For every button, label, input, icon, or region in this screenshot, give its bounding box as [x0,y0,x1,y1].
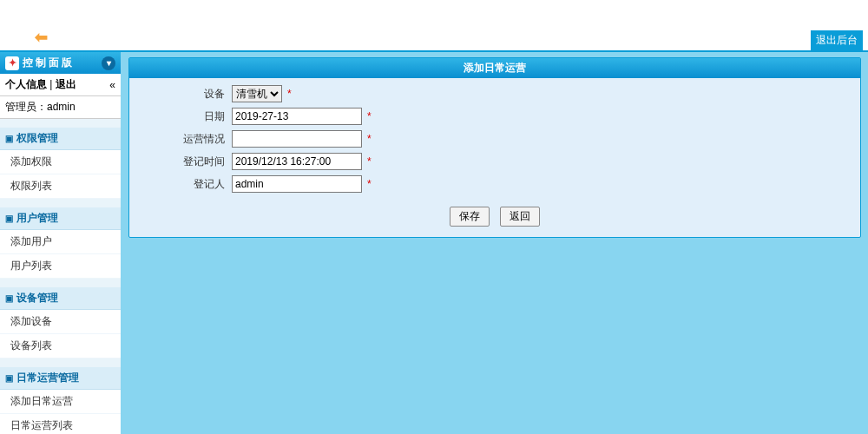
main-area: 添加日常运营 设备 清雪机 * 日期 * [122,52,868,434]
nav-item[interactable]: 用户列表 [0,254,121,279]
back-arrow-icon[interactable]: ⬅ [35,28,48,47]
row-status: 运营情况 * [147,130,843,148]
sidebar-panel-header: ✦ 控制面版 ▾ [0,52,121,74]
row-device: 设备 清雪机 * [147,85,843,102]
device-label: 设备 [147,87,225,102]
nav-item[interactable]: 权限列表 [0,174,121,199]
nav-group-user: 用户管理 添加用户 用户列表 [0,207,121,279]
save-button[interactable]: 保存 [450,207,490,227]
content-title: 添加日常运营 [129,58,860,78]
logout-backend-link[interactable]: 退出后台 [811,30,863,50]
required-mark: * [367,133,372,145]
group-header[interactable]: 设备管理 [0,287,121,310]
separator: | [49,78,52,90]
group-header[interactable]: 权限管理 [0,128,121,150]
required-mark: * [287,88,292,100]
nav-item[interactable]: 设备列表 [0,334,121,358]
admin-line: 管理员：admin [0,96,121,119]
form: 设备 清雪机 * 日期 * 运营情况 [129,78,860,193]
back-button[interactable]: 返回 [500,207,540,227]
required-mark: * [367,155,372,168]
status-label: 运营情况 [147,132,225,147]
personal-info-link[interactable]: 个人信息 [5,78,47,90]
nav-item[interactable]: 添加用户 [0,230,121,254]
nav-item[interactable]: 日常运营列表 [0,414,121,434]
collapse-icon[interactable]: « [109,79,115,91]
logout-link[interactable]: 退出 [56,78,76,90]
admin-name: admin [47,101,76,113]
row-regby: 登记人 * [147,175,843,193]
row-date: 日期 * [147,108,843,125]
top-bar: ⬅ 退出后台 [0,0,868,52]
nav-item[interactable]: 添加日常运营 [0,390,121,414]
nav-group-permission: 权限管理 添加权限 权限列表 [0,128,121,199]
date-input[interactable] [232,108,362,125]
date-label: 日期 [147,109,225,124]
admin-label: 管理员： [5,101,47,113]
content-box: 添加日常运营 设备 清雪机 * 日期 * [128,57,861,238]
nav-group-device: 设备管理 添加设备 设备列表 [0,287,121,358]
main-wrapper: ✦ 控制面版 ▾ 个人信息 | 退出 « 管理员：admin 权限管理 添加权限… [0,52,868,434]
regby-input[interactable] [232,175,362,193]
group-header[interactable]: 日常运营管理 [0,367,121,390]
status-input[interactable] [232,130,362,148]
regby-label: 登记人 [147,177,225,192]
device-select[interactable]: 清雪机 [232,85,282,102]
group-header[interactable]: 用户管理 [0,207,121,230]
nav-group-operation: 日常运营管理 添加日常运营 日常运营列表 [0,367,121,434]
required-mark: * [367,110,372,122]
row-regtime: 登记时间 * [147,153,843,170]
panel-icon: ✦ [5,56,19,70]
sidebar: ✦ 控制面版 ▾ 个人信息 | 退出 « 管理员：admin 权限管理 添加权限… [0,52,122,434]
regtime-input[interactable] [232,153,362,170]
required-mark: * [367,178,372,190]
chevron-down-icon[interactable]: ▾ [102,56,115,70]
nav-item[interactable]: 添加设备 [0,310,121,334]
panel-title: 控制面版 [23,56,102,70]
button-row: 保存 返回 [129,198,860,237]
user-line: 个人信息 | 退出 « [0,74,121,96]
nav-item[interactable]: 添加权限 [0,150,121,174]
regtime-label: 登记时间 [147,155,225,169]
